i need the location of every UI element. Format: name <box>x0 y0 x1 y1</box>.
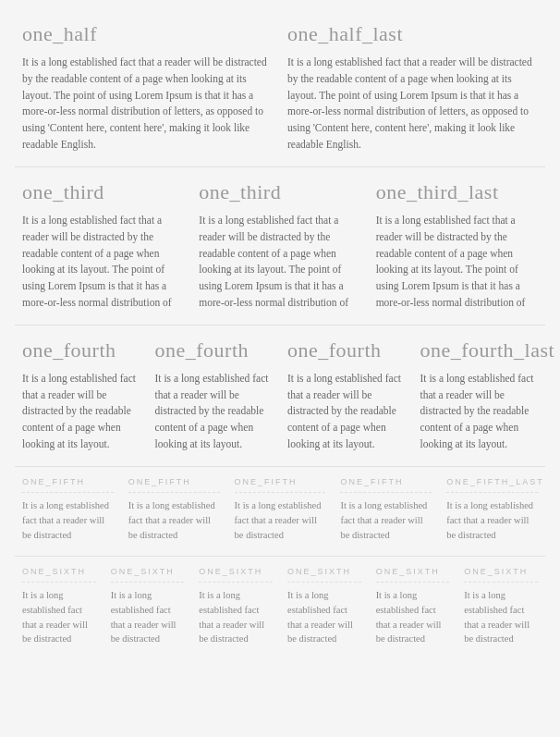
col-sixth-5: ONE_SIXTH It is a long established fact … <box>369 566 457 647</box>
col-sixth-2-title: ONE_SIXTH <box>111 566 185 583</box>
col-fifth-2-title: ONE_FIFTH <box>128 476 220 494</box>
col-fourth-3-title: one_fourth <box>287 335 406 365</box>
fifth-row: ONE_FIFTH It is a long established fact … <box>15 476 545 543</box>
col-fourth-3-text: It is a long established fact that a rea… <box>287 371 406 453</box>
col-sixth-3: ONE_SIXTH It is a long established fact … <box>191 566 280 647</box>
divider-3 <box>15 466 545 467</box>
col-fourth-4-title: one_fourth_last <box>420 335 539 365</box>
col-half-2-title: one_half_last <box>287 18 538 49</box>
sixth-row: ONE_SIXTH It is a long established fact … <box>15 566 545 647</box>
col-fourth-1: one_fourth It is a long established fact… <box>15 335 148 453</box>
col-sixth-1-title: ONE_SIXTH <box>22 566 96 583</box>
half-row: one_half It is a long established fact t… <box>15 18 545 154</box>
col-third-2-text: It is a long established fact that a rea… <box>199 213 360 312</box>
col-fifth-4: ONE_FIFTH It is a long established fact … <box>333 476 439 543</box>
col-sixth-6: ONE_SIXTH It is a long established fact … <box>457 566 545 647</box>
col-sixth-4-title: ONE_SIXTH <box>287 566 361 583</box>
col-half-1: one_half It is a long established fact t… <box>15 18 280 154</box>
col-sixth-4: ONE_SIXTH It is a long established fact … <box>280 566 369 647</box>
col-sixth-1-text: It is a long established fact that a rea… <box>22 588 96 646</box>
col-fifth-5-title: ONE_FIFTH_LAST <box>446 476 538 494</box>
col-fifth-1-title: ONE_FIFTH <box>22 476 114 494</box>
col-third-2-title: one_third <box>199 177 360 207</box>
col-sixth-2: ONE_SIXTH It is a long established fact … <box>103 566 192 647</box>
col-fifth-5: ONE_FIFTH_LAST It is a long established … <box>439 476 545 543</box>
col-fifth-2-text: It is a long established fact that a rea… <box>128 498 220 542</box>
fourth-row: one_fourth It is a long established fact… <box>15 335 545 453</box>
col-third-1-title: one_third <box>22 177 184 207</box>
col-fifth-3-title: ONE_FIFTH <box>235 476 326 494</box>
col-third-3-text: It is a long established fact that a rea… <box>376 213 538 312</box>
col-third-3-title: one_third_last <box>376 177 538 207</box>
col-fourth-4-text: It is a long established fact that a rea… <box>420 371 539 453</box>
col-sixth-3-text: It is a long established fact that a rea… <box>199 588 273 646</box>
col-fourth-2-title: one_fourth <box>155 335 274 365</box>
divider-2 <box>15 325 545 326</box>
page-container: one_half It is a long established fact t… <box>0 0 560 665</box>
col-fourth-4: one_fourth_last It is a long established… <box>413 335 546 453</box>
col-half-1-text: It is a long established fact that a rea… <box>22 55 273 154</box>
col-sixth-6-title: ONE_SIXTH <box>464 566 538 583</box>
col-fourth-2-text: It is a long established fact that a rea… <box>155 371 274 453</box>
third-row: one_third It is a long established fact … <box>15 177 545 312</box>
col-fifth-1-text: It is a long established fact that a rea… <box>22 498 114 542</box>
col-third-2: one_third It is a long established fact … <box>191 177 368 312</box>
col-half-1-title: one_half <box>22 18 273 49</box>
col-sixth-2-text: It is a long established fact that a rea… <box>111 588 185 646</box>
col-sixth-6-text: It is a long established fact that a rea… <box>464 588 538 646</box>
col-fourth-1-title: one_fourth <box>22 335 140 365</box>
col-half-2-text: It is a long established fact that a rea… <box>287 55 538 154</box>
divider-1 <box>15 166 545 167</box>
col-fifth-3: ONE_FIFTH It is a long established fact … <box>227 476 334 543</box>
col-half-2: one_half_last It is a long established f… <box>280 18 545 154</box>
col-fifth-5-text: It is a long established fact that a rea… <box>446 498 538 542</box>
col-sixth-5-title: ONE_SIXTH <box>376 566 450 583</box>
col-fifth-4-title: ONE_FIFTH <box>340 476 432 494</box>
col-third-3: one_third_last It is a long established … <box>369 177 545 312</box>
col-fifth-4-text: It is a long established fact that a rea… <box>340 498 432 542</box>
divider-4 <box>15 556 545 557</box>
col-fifth-3-text: It is a long established fact that a rea… <box>235 498 326 542</box>
col-sixth-3-title: ONE_SIXTH <box>199 566 273 583</box>
col-third-1: one_third It is a long established fact … <box>15 177 191 312</box>
col-fifth-1: ONE_FIFTH It is a long established fact … <box>15 476 121 543</box>
col-fourth-3: one_fourth It is a long established fact… <box>280 335 413 453</box>
col-third-1-text: It is a long established fact that a rea… <box>22 213 184 312</box>
col-fourth-1-text: It is a long established fact that a rea… <box>22 371 140 453</box>
col-fourth-2: one_fourth It is a long established fact… <box>148 335 281 453</box>
col-fifth-2: ONE_FIFTH It is a long established fact … <box>121 476 227 543</box>
col-sixth-1: ONE_SIXTH It is a long established fact … <box>15 566 103 647</box>
col-sixth-4-text: It is a long established fact that a rea… <box>287 588 361 646</box>
col-sixth-5-text: It is a long established fact that a rea… <box>376 588 450 646</box>
